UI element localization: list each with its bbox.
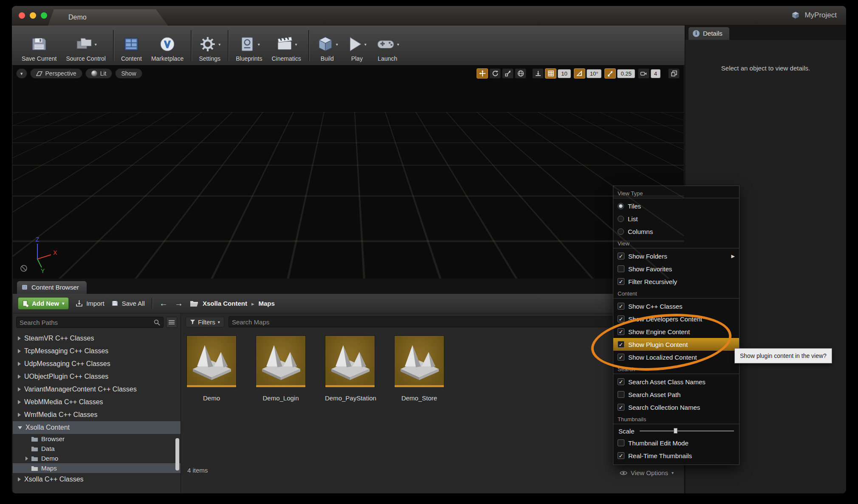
menu-item-show-engine-content[interactable]: Show Engine Content — [613, 325, 739, 338]
perspective-button[interactable]: Perspective — [30, 68, 82, 79]
slider-thumb[interactable] — [674, 428, 677, 434]
maximize-viewport-button[interactable] — [668, 68, 680, 79]
checkbox-icon[interactable] — [618, 341, 624, 348]
content-button[interactable]: Content — [116, 28, 147, 64]
menu-item-show-favorites[interactable]: Show Favorites — [613, 262, 739, 275]
asset-tile-demo-login[interactable]: Demo_Login — [256, 335, 306, 402]
checkbox-icon[interactable] — [618, 439, 624, 446]
level-viewport[interactable]: Perspective Lit Show — [13, 65, 684, 279]
filters-button[interactable]: Filters — [186, 317, 224, 327]
checkbox-icon[interactable] — [618, 391, 624, 398]
tree-item[interactable]: UObjectPlugin C++ Classes — [13, 370, 181, 383]
expand-arrow-icon[interactable] — [18, 349, 21, 353]
asset-tile-demo-paystation[interactable]: Demo_PayStation — [325, 335, 375, 402]
search-paths-box[interactable] — [16, 317, 164, 328]
checkbox-icon[interactable] — [618, 354, 624, 360]
rotation-snap-button[interactable] — [574, 68, 585, 79]
close-button[interactable] — [19, 12, 25, 19]
menu-item-show-folders[interactable]: Show Folders — [613, 250, 739, 262]
checkbox-icon[interactable] — [618, 278, 624, 285]
tree-item-xsolla-content[interactable]: Xsolla Content — [13, 421, 181, 434]
checkbox-icon[interactable] — [618, 253, 624, 259]
menu-item-search-asset-class-names[interactable]: Search Asset Class Names — [613, 375, 739, 388]
tree-item-maps[interactable]: Maps — [13, 463, 181, 473]
view-options-button[interactable]: View Options — [620, 469, 674, 476]
menu-item-show-developers-content[interactable]: Show Developers Content — [613, 313, 739, 325]
menu-item-show-plugin-content[interactable]: Show Plugin Content — [613, 338, 739, 351]
menu-item-show-localized-content[interactable]: Show Localized Content — [613, 351, 739, 363]
tree-item[interactable]: VariantManagerContent C++ Classes — [13, 383, 181, 396]
tree-item[interactable]: WebMMedia C++ Classes — [13, 396, 181, 408]
checkbox-icon[interactable] — [618, 404, 624, 411]
expand-arrow-icon[interactable] — [18, 362, 21, 366]
camera-speed-button[interactable] — [638, 68, 649, 79]
minimize-button[interactable] — [30, 12, 36, 19]
expand-arrow-icon[interactable] — [18, 413, 21, 417]
expand-arrow-icon[interactable] — [18, 336, 21, 341]
tab-details[interactable]: i Details — [689, 27, 729, 40]
grid-snap-value[interactable]: 10 — [558, 69, 570, 78]
menu-item-tiles[interactable]: Tiles — [613, 200, 739, 212]
expand-arrow-icon[interactable] — [25, 456, 28, 461]
level-thumbnail[interactable] — [186, 335, 237, 388]
surface-snap-button[interactable] — [532, 68, 544, 79]
expand-arrow-icon[interactable] — [18, 387, 21, 391]
level-tab[interactable]: Demo — [48, 9, 168, 25]
tree-item[interactable]: WmfMedia C++ Classes — [13, 408, 181, 421]
tree-item[interactable]: Browser — [13, 434, 181, 444]
scale-tool-button[interactable] — [502, 68, 514, 79]
forward-button[interactable] — [175, 298, 183, 308]
asset-tile-demo-store[interactable]: Demo_Store — [394, 335, 444, 402]
import-button[interactable]: Import — [76, 300, 104, 307]
scale-snap-button[interactable] — [604, 68, 616, 79]
thumbnail-scale-slider[interactable] — [640, 431, 734, 431]
tree-item[interactable]: SteamVR C++ Classes — [13, 332, 181, 345]
asset-tile-demo[interactable]: Demo — [186, 335, 237, 402]
play-button[interactable]: Play — [343, 28, 371, 64]
back-button[interactable] — [159, 298, 168, 308]
breadcrumb-current[interactable]: Maps — [258, 300, 274, 307]
launch-button[interactable]: Launch — [371, 28, 404, 64]
blueprints-button[interactable]: Blueprints — [231, 28, 267, 64]
dropdown-caret-icon[interactable] — [364, 42, 367, 47]
save-all-button[interactable]: Save All — [111, 300, 145, 307]
checkbox-icon[interactable] — [618, 452, 624, 459]
checkbox-icon[interactable] — [618, 378, 624, 385]
dropdown-caret-icon[interactable] — [336, 42, 338, 47]
menu-item-search-asset-path[interactable]: Search Asset Path — [613, 388, 739, 401]
tree-item[interactable]: Xsolla C++ Classes — [13, 473, 181, 486]
menu-item-list[interactable]: List — [613, 212, 739, 225]
checkbox-icon[interactable] — [618, 303, 624, 310]
marketplace-button[interactable]: Marketplace — [147, 28, 188, 64]
level-thumbnail[interactable] — [394, 335, 444, 388]
move-tool-button[interactable] — [477, 68, 488, 79]
menu-item-thumbnail-edit-mode[interactable]: Thumbnail Edit Mode — [613, 436, 739, 449]
expand-arrow-icon[interactable] — [18, 374, 21, 379]
checkbox-icon[interactable] — [618, 328, 624, 335]
tree-item[interactable]: TcpMessaging C++ Classes — [13, 345, 181, 358]
grid-snap-button[interactable] — [545, 68, 556, 79]
build-button[interactable]: Build — [312, 28, 343, 64]
cinematics-button[interactable]: Cinematics — [267, 28, 305, 64]
radio-icon[interactable] — [618, 216, 624, 222]
settings-button[interactable]: Settings — [194, 28, 225, 64]
sources-view-options-button[interactable] — [166, 317, 177, 328]
checkbox-icon[interactable] — [618, 265, 624, 272]
menu-item-columns[interactable]: Columns — [613, 225, 739, 238]
menu-item-search-collection-names[interactable]: Search Collection Names — [613, 401, 739, 414]
tree-item[interactable]: UdpMessaging C++ Classes — [13, 358, 181, 370]
checkbox-icon[interactable] — [618, 315, 624, 322]
menu-item-real-time-thumbnails[interactable]: Real-Time Thumbnails — [613, 449, 739, 462]
tab-content-browser[interactable]: Content Browser — [17, 281, 87, 294]
search-assets-box[interactable] — [229, 316, 673, 327]
scale-snap-value[interactable]: 0.25 — [617, 69, 635, 78]
expand-arrow-icon[interactable] — [18, 400, 21, 404]
dropdown-caret-icon[interactable] — [95, 42, 97, 47]
tree-scrollbar[interactable] — [175, 438, 179, 470]
dropdown-caret-icon[interactable] — [295, 42, 297, 47]
zoom-button[interactable] — [41, 12, 47, 19]
menu-item-filter-recursively[interactable]: Filter Recursively — [613, 275, 739, 288]
save-current-button[interactable]: Save Current — [17, 28, 61, 64]
tree-item[interactable]: Data — [13, 444, 181, 453]
dropdown-caret-icon[interactable] — [258, 42, 260, 47]
